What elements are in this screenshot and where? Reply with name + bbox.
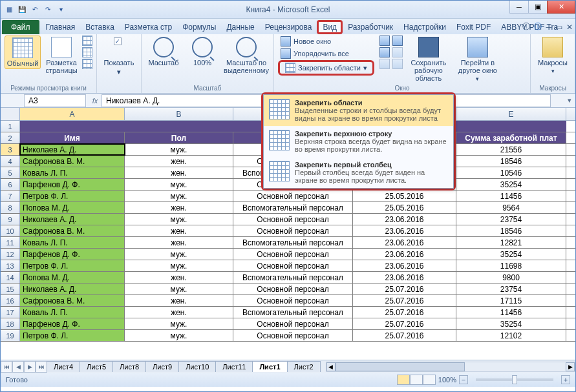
help-icon[interactable]: ⓘ xyxy=(534,21,542,32)
tab-developer[interactable]: Разработчик xyxy=(343,20,398,34)
cell[interactable]: 23.06.2016 xyxy=(353,237,456,248)
tab-addins[interactable]: Надстройки xyxy=(398,20,451,34)
cell[interactable]: 23.06.2016 xyxy=(353,272,456,283)
sheet-nav-next[interactable]: ▶ xyxy=(24,361,36,373)
cell[interactable]: муж. xyxy=(125,249,233,260)
cell[interactable]: 12102 xyxy=(456,330,566,341)
cell[interactable]: муж. xyxy=(125,191,233,201)
cell[interactable]: 9800 xyxy=(456,272,566,283)
doc-minimize-icon[interactable]: ─ xyxy=(546,23,551,32)
cell[interactable]: Парфенов Д. Ф. xyxy=(20,318,125,329)
row-header[interactable]: 8 xyxy=(1,202,20,213)
row-header[interactable]: 17 xyxy=(1,307,20,318)
row-header[interactable]: 2 xyxy=(1,132,20,143)
cell[interactable]: 23754 xyxy=(456,214,566,225)
cell[interactable]: Вспомогательный персонал xyxy=(233,237,353,248)
view-side-icon[interactable] xyxy=(392,36,403,46)
cell[interactable]: 17115 xyxy=(456,295,566,306)
ribbon-minimize-icon[interactable]: ⓘ xyxy=(522,21,530,32)
tab-layout[interactable]: Разметка стр xyxy=(120,20,177,34)
row-header[interactable]: 3 xyxy=(1,144,20,155)
cell[interactable]: муж. xyxy=(125,318,233,329)
row-header[interactable]: 16 xyxy=(1,295,20,306)
zoom-slider-thumb[interactable] xyxy=(512,375,517,384)
sheet-tab[interactable]: Лист11 xyxy=(215,361,253,372)
header-name[interactable]: Имя xyxy=(20,132,125,143)
zoom-level[interactable]: 100% xyxy=(438,376,456,384)
row-header[interactable]: 1 xyxy=(1,121,20,132)
sync-scroll-icon[interactable] xyxy=(392,47,403,57)
col-header-e[interactable]: E xyxy=(456,108,566,120)
cell[interactable]: Николаев А. Д. xyxy=(20,214,125,225)
doc-restore-icon[interactable]: ▭ xyxy=(555,23,562,32)
col-header-b[interactable]: B xyxy=(125,108,233,120)
cell[interactable]: жен. xyxy=(125,272,233,283)
cell[interactable]: 35254 xyxy=(456,249,566,260)
sheet-tab[interactable]: Лист8 xyxy=(112,361,146,372)
tab-review[interactable]: Рецензирова xyxy=(260,20,317,34)
cell[interactable]: Основной персонал xyxy=(233,260,353,271)
cell[interactable]: Сафронова В. М. xyxy=(20,156,125,167)
horizontal-scrollbar[interactable]: ◀ ▶ xyxy=(326,362,575,372)
pagebreak-icon[interactable] xyxy=(82,36,92,46)
tab-data[interactable]: Данные xyxy=(221,20,259,34)
cell[interactable]: Коваль Л. П. xyxy=(20,167,125,178)
formula-expand-icon[interactable]: ▾ xyxy=(564,96,575,105)
name-box[interactable] xyxy=(24,94,86,107)
cell[interactable]: Вспомогательный персонал xyxy=(233,272,353,283)
tab-home[interactable]: Главная xyxy=(41,20,81,34)
tab-file[interactable]: Файл xyxy=(2,20,39,34)
cell[interactable]: 10546 xyxy=(456,167,566,178)
fx-icon[interactable]: fx xyxy=(89,97,101,105)
cell[interactable]: 35254 xyxy=(456,179,566,190)
sheet-nav-prev[interactable]: ◀ xyxy=(12,361,24,373)
reset-pos-icon[interactable] xyxy=(392,59,403,69)
row-header[interactable]: 13 xyxy=(1,260,20,271)
cell[interactable]: Коваль Л. П. xyxy=(20,307,125,318)
cell[interactable] xyxy=(20,121,125,132)
cell[interactable]: муж. xyxy=(125,330,233,341)
scroll-left-button[interactable]: ◀ xyxy=(326,362,336,371)
cell[interactable]: муж. xyxy=(125,284,233,294)
split-icon[interactable] xyxy=(379,36,390,46)
cell[interactable]: Основной персонал xyxy=(233,191,353,201)
sheet-tab[interactable]: Лист4 xyxy=(47,361,80,372)
zoom-in-button[interactable]: + xyxy=(561,375,570,384)
cell[interactable]: Петров Ф. Л. xyxy=(20,191,125,201)
show-button[interactable]: ✓ Показать ▾ xyxy=(101,36,137,77)
cell[interactable]: Вспомогательный персонал xyxy=(233,202,353,213)
cell[interactable]: 12821 xyxy=(456,237,566,248)
view-layout-button[interactable] xyxy=(410,375,423,385)
header-gender[interactable]: Пол xyxy=(125,132,233,143)
cell[interactable]: 25.07.2016 xyxy=(353,307,456,318)
scroll-right-button[interactable]: ▶ xyxy=(566,362,575,371)
cell[interactable]: 23.06.2016 xyxy=(353,225,456,236)
cell[interactable]: 25.05.2016 xyxy=(353,191,456,201)
row-header[interactable]: 10 xyxy=(1,225,20,236)
sheet-tab[interactable]: Лист10 xyxy=(178,361,216,372)
hide-icon[interactable] xyxy=(379,47,390,57)
sheet-nav-first[interactable]: ⏮ xyxy=(1,361,12,373)
cell[interactable]: муж. xyxy=(125,144,233,155)
cell[interactable]: 11698 xyxy=(456,260,566,271)
freeze-panes-button[interactable]: Закрепить области ▾ xyxy=(283,62,370,74)
sheet-tab[interactable]: Лист5 xyxy=(80,361,113,372)
cell[interactable]: муж. xyxy=(125,214,233,225)
header-salary[interactable]: Сумма заработной плат xyxy=(456,132,566,143)
cell[interactable]: муж. xyxy=(125,260,233,271)
view-pagebreak-button[interactable] xyxy=(423,375,436,385)
cell[interactable]: Николаев А. Д. xyxy=(20,144,125,155)
page-layout-button[interactable]: Разметка страницы xyxy=(43,36,80,76)
save-workspace-button[interactable]: Сохранить рабочую область xyxy=(405,36,452,83)
col-header-a[interactable]: A xyxy=(20,108,125,120)
tab-formulas[interactable]: Формулы xyxy=(177,20,221,34)
zoom-out-button[interactable]: − xyxy=(459,375,468,384)
cell[interactable]: 25.07.2016 xyxy=(353,330,456,341)
cell[interactable]: Основной персонал xyxy=(233,295,353,306)
cell[interactable]: жен. xyxy=(125,295,233,306)
select-all-corner[interactable] xyxy=(1,108,20,120)
row-header[interactable]: 7 xyxy=(1,191,20,201)
row-header[interactable]: 12 xyxy=(1,249,20,260)
cell[interactable]: Вспомогательный персонал xyxy=(233,307,353,318)
doc-close-icon[interactable]: ✕ xyxy=(566,23,573,32)
